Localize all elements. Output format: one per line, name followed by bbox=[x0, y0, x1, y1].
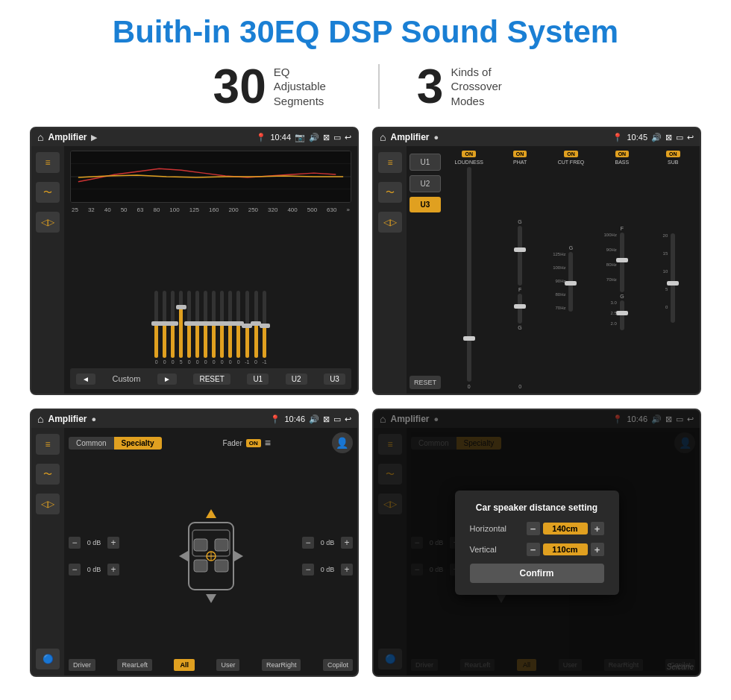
eq-slider-12[interactable]: -1 bbox=[245, 291, 249, 365]
home-icon[interactable]: ⌂ bbox=[37, 131, 43, 143]
eq-u1-btn[interactable]: U1 bbox=[247, 373, 269, 385]
eq-slider-11[interactable]: 0 bbox=[236, 291, 240, 365]
horizontal-minus-btn[interactable]: − bbox=[527, 522, 540, 535]
db-plus-br[interactable]: + bbox=[341, 564, 353, 576]
eq-label-320: 320 bbox=[268, 206, 277, 213]
eq-u3-btn[interactable]: U3 bbox=[324, 373, 345, 385]
loudness-on[interactable]: ON bbox=[462, 151, 476, 157]
fader-on[interactable]: ON bbox=[246, 439, 261, 447]
db-plus-bl[interactable]: + bbox=[107, 564, 119, 576]
copilot-btn[interactable]: Copilot bbox=[323, 659, 353, 671]
cutfreq-on[interactable]: ON bbox=[564, 151, 578, 157]
eq-sidebar-btn2[interactable]: 〜 bbox=[36, 182, 60, 203]
bass-on[interactable]: ON bbox=[615, 151, 630, 157]
screen1-status-bar: ⌂ Amplifier ▶ 📍 10:44 📷 🔊 ⊠ ▭ ↩ bbox=[31, 128, 357, 146]
screen1-icon3: ⊠ bbox=[323, 133, 330, 142]
back-icon[interactable]: ↩ bbox=[345, 133, 351, 142]
bass-freq[interactable]: 3.0 2.5 2.0 bbox=[620, 300, 624, 330]
vertical-minus-btn[interactable]: − bbox=[527, 543, 540, 556]
fader-slider-icon: ≡ bbox=[265, 437, 271, 449]
eq-slider-2[interactable]: 0 bbox=[163, 291, 166, 365]
eq-slider-14[interactable]: -1 bbox=[263, 291, 267, 365]
eq-prev-btn[interactable]: ◄ bbox=[76, 373, 95, 385]
phat-freq[interactable] bbox=[518, 294, 522, 324]
confirm-button[interactable]: Confirm bbox=[470, 564, 604, 583]
sub-controls: 20 15 10 5 0 bbox=[671, 167, 675, 389]
rear-left-btn[interactable]: RearLeft bbox=[117, 659, 152, 671]
eq-slider-8[interactable]: 0 bbox=[212, 291, 216, 365]
screen2-status-right: 📍 10:45 🔊 ⊠ ▭ ↩ bbox=[612, 133, 694, 142]
spec-sidebar-btn3[interactable]: ◁▷ bbox=[36, 494, 60, 514]
screen3-status-bar: ⌂ Amplifier ● 📍 10:46 🔊 ⊠ ▭ ↩ bbox=[31, 410, 357, 428]
eq-slider-9[interactable]: 0 bbox=[220, 291, 224, 365]
crossover-sidebar-btn1[interactable]: ≡ bbox=[378, 152, 402, 173]
rear-right-btn[interactable]: RearRight bbox=[262, 659, 301, 671]
dialog-vertical-label: Vertical bbox=[470, 545, 497, 554]
eq-label-50: 50 bbox=[121, 206, 128, 213]
screen3-status-left: ⌂ Amplifier ● bbox=[37, 413, 96, 425]
sub-slider[interactable]: 20 15 10 5 0 bbox=[671, 233, 675, 323]
eq-sidebar-btn1[interactable]: ≡ bbox=[36, 152, 60, 173]
eq-sliders-row: 0 0 bbox=[154, 291, 266, 365]
eq-slider-1[interactable]: 0 bbox=[154, 291, 158, 365]
eq-slider-3[interactable]: 0 bbox=[171, 291, 175, 365]
eq-label-100: 100 bbox=[169, 206, 179, 213]
screen3-back[interactable]: ↩ bbox=[345, 414, 351, 424]
eq-slider-6[interactable]: 0 bbox=[195, 291, 199, 365]
db-minus-tl[interactable]: − bbox=[69, 537, 81, 549]
loudness-slider[interactable] bbox=[467, 167, 471, 382]
preset-u1[interactable]: U1 bbox=[410, 154, 441, 171]
spec-sidebar-btn4[interactable]: 🔵 bbox=[36, 649, 60, 669]
eq-slider-4[interactable]: 5 bbox=[179, 291, 183, 365]
preset-u2[interactable]: U2 bbox=[410, 175, 441, 192]
svg-marker-16 bbox=[206, 594, 216, 603]
preset-u3[interactable]: U3 bbox=[410, 197, 441, 212]
screen2-crossover: ⌂ Amplifier ● 📍 10:45 🔊 ⊠ ▭ ↩ ≡ 〜 ◁▷ bbox=[372, 127, 701, 395]
screen1-icon4: ▭ bbox=[333, 133, 341, 142]
spec-sidebar-btn2[interactable]: 〜 bbox=[36, 464, 60, 485]
eq-next-btn[interactable]: ► bbox=[157, 373, 177, 385]
crossover-sidebar-btn3[interactable]: ◁▷ bbox=[378, 212, 402, 233]
eq-label-40: 40 bbox=[104, 206, 111, 213]
speaker-layout-row: − 0 dB + − 0 dB + bbox=[69, 457, 353, 655]
db-val-tl: 0 dB bbox=[83, 539, 105, 546]
screen4-dialog: ⌂ Amplifier ● 📍 10:46 🔊 ⊠ ▭ ↩ ≡ 〜 ◁▷ bbox=[372, 409, 701, 677]
db-plus-tr[interactable]: + bbox=[341, 537, 353, 549]
cutfreq-controls: G 125Hz 100Hz 90Hz 80Hz 70Hz bbox=[568, 167, 573, 389]
horizontal-plus-btn[interactable]: + bbox=[591, 522, 604, 535]
db-minus-bl[interactable]: − bbox=[69, 564, 81, 576]
crossover-reset-btn[interactable]: RESET bbox=[410, 376, 441, 389]
spec-sidebar-btn1[interactable]: ≡ bbox=[36, 434, 60, 455]
sub-on[interactable]: ON bbox=[666, 151, 680, 157]
cutfreq-slider[interactable]: 125Hz 100Hz 90Hz 80Hz 70Hz bbox=[568, 252, 573, 312]
tab-common[interactable]: Common bbox=[69, 437, 114, 450]
eq-u2-btn[interactable]: U2 bbox=[286, 373, 307, 385]
vertical-plus-btn[interactable]: + bbox=[591, 543, 604, 556]
bass-slider[interactable]: 100Hz 90Hz 80Hz 70Hz bbox=[620, 233, 624, 292]
eq-slider-7[interactable]: 0 bbox=[204, 291, 207, 365]
all-btn[interactable]: All bbox=[174, 659, 195, 671]
phat-slider[interactable] bbox=[518, 226, 522, 286]
screen2-back[interactable]: ↩ bbox=[687, 133, 694, 142]
home-icon2[interactable]: ⌂ bbox=[380, 131, 386, 143]
eq-slider-5[interactable]: 0 bbox=[187, 291, 191, 365]
dialog-title: Car speaker distance setting bbox=[470, 502, 604, 513]
spec-tab-group: Common Specialty bbox=[69, 437, 162, 450]
phat-on[interactable]: ON bbox=[513, 151, 527, 157]
eq-slider-10[interactable]: 0 bbox=[228, 291, 232, 365]
user-btn[interactable]: User bbox=[216, 659, 239, 671]
db-minus-br[interactable]: − bbox=[302, 564, 314, 576]
preset-column: U1 U2 U3 RESET bbox=[410, 151, 441, 389]
eq-label-250: 250 bbox=[248, 206, 258, 213]
crossover-sidebar-btn2[interactable]: 〜 bbox=[378, 182, 402, 203]
specialty-main: Common Specialty Fader ON ≡ 👤 bbox=[64, 428, 357, 675]
tab-specialty[interactable]: Specialty bbox=[114, 437, 162, 450]
home-icon3[interactable]: ⌂ bbox=[37, 413, 43, 425]
eq-label-125: 125 bbox=[189, 206, 199, 213]
db-plus-tl[interactable]: + bbox=[107, 537, 119, 549]
db-minus-tr[interactable]: − bbox=[302, 537, 314, 549]
eq-sidebar-btn3[interactable]: ◁▷ bbox=[36, 212, 60, 233]
eq-reset-btn[interactable]: RESET bbox=[193, 373, 230, 385]
eq-slider-13[interactable]: 0 bbox=[254, 291, 258, 365]
driver-btn[interactable]: Driver bbox=[69, 659, 95, 671]
